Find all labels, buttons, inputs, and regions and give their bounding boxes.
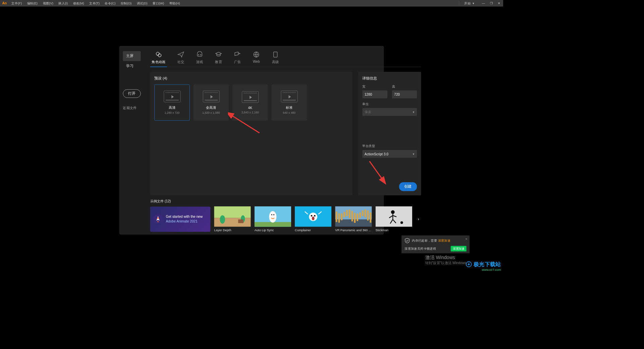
close-button[interactable]: ✕ [495, 0, 503, 7]
menu-items: 文件(F)编辑(E)视图(V)插入(I)修改(M)文本(T)命令(C)控制(O)… [9, 1, 183, 5]
tab-游戏[interactable]: 游戏 [195, 50, 205, 67]
samples-heading: 示例文件 (12) [150, 199, 421, 204]
site-watermark: 极光下载站 www.xz7.com [466, 261, 501, 271]
tab-label: 社交 [177, 59, 184, 64]
tab-角色动画[interactable]: 角色动画 [150, 50, 167, 67]
sample-caption: Stickman [376, 228, 412, 232]
tab-教育[interactable]: 教育 [214, 50, 224, 67]
sample-card[interactable]: Auto Lip Sync [255, 206, 291, 232]
sidebar: 主屏 学习 打开 近期文件 [119, 46, 144, 235]
menu-item[interactable]: 文件(F) [9, 1, 24, 5]
menu-item[interactable]: 编辑(E) [24, 1, 40, 5]
svg-rect-5 [273, 52, 277, 57]
chevron-down-icon: ▾ [473, 1, 474, 5]
tab-广告[interactable]: 广告 [232, 50, 243, 67]
maximize-button[interactable]: ❐ [487, 0, 495, 7]
sample-thumbnail [376, 206, 412, 227]
unit-label: 单位 [362, 102, 417, 106]
svg-point-15 [269, 211, 276, 222]
sample-card[interactable]: Layer Depth [214, 206, 251, 232]
preset-name: 标准 [286, 105, 292, 110]
sample-caption: Auto Lip Sync [255, 228, 291, 232]
width-label: 宽 [362, 85, 387, 89]
preset-标准[interactable]: 标准640 x 480 [271, 85, 307, 121]
presets-panel: 预设 (4) 高清1,280 x 720全高清1,920 x 1,0804K3,… [150, 72, 353, 195]
menu-item[interactable]: 视图(V) [40, 1, 56, 5]
toast-close-button[interactable]: × [465, 237, 467, 241]
preset-name: 高清 [169, 105, 175, 110]
preset-thumb-icon [164, 91, 180, 102]
preset-dimensions: 1,920 x 1,080 [202, 111, 220, 114]
recent-files-label: 近期文件 [123, 106, 141, 110]
menu-item[interactable]: 文本(T) [87, 1, 102, 5]
preset-thumb-icon [281, 91, 298, 102]
svg-rect-28 [338, 213, 340, 223]
toast-highlight: 深度加速 [438, 239, 451, 242]
tab-Web[interactable]: Web [251, 50, 261, 67]
watermark-name: 极光下载站 [466, 261, 501, 268]
menu-item[interactable]: 帮助(H) [167, 1, 182, 5]
workspace-switcher[interactable]: 开始 ▾ [459, 1, 480, 5]
tab-高级[interactable]: 高级 [270, 50, 280, 67]
promo-card[interactable]: Get started with the new Adobe Animate 2… [150, 207, 211, 232]
sample-card[interactable]: Complainer [295, 206, 331, 232]
unit-select[interactable]: 像素 ▼ [362, 108, 417, 116]
svg-rect-26 [335, 219, 372, 227]
carousel-next-button[interactable]: › [416, 216, 421, 222]
app-logo: An [0, 1, 9, 5]
svg-rect-35 [357, 214, 358, 221]
unit-value: 像素 [365, 110, 371, 114]
tab-label: 广告 [234, 59, 241, 64]
tab-社交[interactable]: 社交 [176, 50, 186, 67]
toast-sub: 深度加速关闭卡顿进程 [405, 246, 436, 251]
svg-point-21 [314, 215, 316, 217]
sample-thumbnail [255, 206, 291, 227]
preset-高清[interactable]: 高清1,280 x 720 [154, 85, 190, 121]
svg-point-22 [312, 216, 315, 220]
svg-rect-9 [214, 218, 251, 227]
svg-rect-38 [365, 209, 366, 217]
svg-rect-31 [346, 210, 348, 216]
preset-name: 4K [248, 106, 252, 110]
sample-card[interactable]: VR Panoramic and 360 ... [335, 206, 372, 232]
menu-item[interactable]: 修改(M) [70, 1, 87, 5]
preset-4K[interactable]: 4K3,840 x 2,160 [232, 85, 268, 121]
preset-name: 全高清 [206, 105, 216, 110]
accelerate-button[interactable]: 深度加速 [451, 246, 467, 251]
menu-item[interactable]: 窗口(W) [150, 1, 166, 5]
menu-item[interactable]: 命令(C) [102, 1, 118, 5]
sample-caption: Complainer [295, 228, 331, 232]
tab-label: 教育 [215, 59, 222, 64]
sidebar-item-learn[interactable]: 学习 [123, 61, 141, 71]
sample-caption: VR Panoramic and 360 ... [335, 228, 372, 232]
svg-point-16 [271, 214, 272, 215]
samples-section: 示例文件 (12) Get started with the new Adobe… [150, 199, 421, 232]
width-input[interactable] [362, 91, 387, 98]
svg-point-17 [273, 214, 274, 215]
svg-rect-29 [341, 213, 342, 220]
create-button[interactable]: 创建 [399, 182, 417, 191]
sample-caption: Layer Depth [214, 228, 251, 232]
svg-rect-33 [352, 211, 353, 221]
height-label: 高 [392, 85, 417, 89]
platform-select[interactable]: ActionScript 3.0 ▼ [362, 150, 417, 158]
minimize-button[interactable]: — [480, 0, 487, 7]
svg-rect-27 [336, 211, 337, 222]
sample-thumbnail [335, 206, 372, 227]
menu-item[interactable]: 控制(O) [118, 1, 134, 5]
menu-item[interactable]: 调试(D) [134, 1, 150, 5]
open-button[interactable]: 打开 [123, 89, 141, 98]
activation-title: 激活 Windows [425, 254, 470, 261]
sample-card[interactable]: Stickman [376, 206, 412, 232]
svg-rect-39 [367, 210, 369, 220]
svg-rect-36 [359, 212, 361, 218]
svg-rect-25 [335, 206, 372, 219]
sidebar-item-home[interactable]: 主屏 [123, 51, 141, 61]
preset-全高清[interactable]: 全高清1,920 x 1,080 [194, 85, 229, 121]
menu-item[interactable]: 插入(I) [56, 1, 70, 5]
watermark-url: www.xz7.com [466, 268, 501, 271]
details-panel: 详细信息 宽 高 单位 像素 ▼ [358, 72, 421, 195]
tab-label: 高级 [272, 59, 279, 64]
height-input[interactable] [392, 91, 417, 98]
preset-thumb-icon [203, 91, 219, 102]
